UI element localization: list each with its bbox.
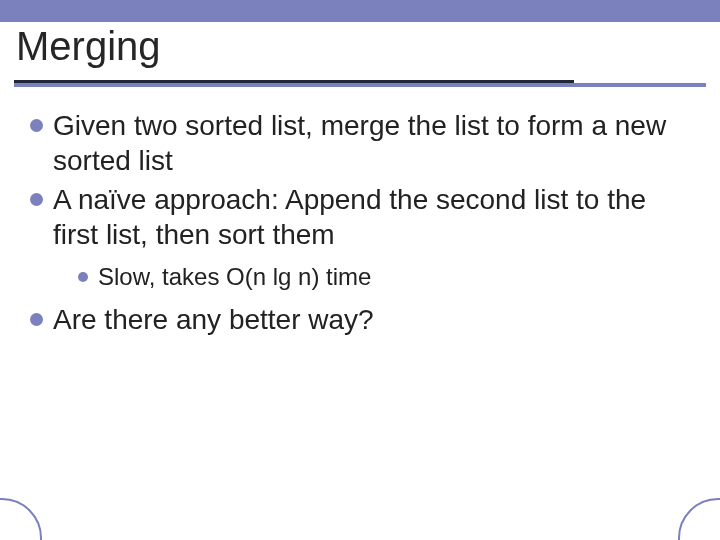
corner-decoration-bottom-right bbox=[678, 498, 720, 540]
top-accent-bar bbox=[0, 0, 720, 22]
corner-decoration-bottom-left bbox=[0, 498, 42, 540]
bullet-level1: Given two sorted list, merge the list to… bbox=[30, 108, 690, 178]
bullet-icon bbox=[78, 272, 88, 282]
slide: Merging Given two sorted list, merge the… bbox=[0, 0, 720, 540]
bullet-text: A naïve approach: Append the second list… bbox=[53, 182, 690, 252]
title-underline-accent bbox=[14, 83, 706, 87]
bullet-text: Slow, takes O(n lg n) time bbox=[98, 262, 690, 292]
slide-body: Given two sorted list, merge the list to… bbox=[30, 108, 690, 341]
bullet-level2: Slow, takes O(n lg n) time bbox=[78, 262, 690, 292]
bullet-level1: Are there any better way? bbox=[30, 302, 690, 337]
bullet-icon bbox=[30, 313, 43, 326]
bullet-icon bbox=[30, 193, 43, 206]
bullet-level1: A naïve approach: Append the second list… bbox=[30, 182, 690, 252]
bullet-text: Are there any better way? bbox=[53, 302, 690, 337]
bullet-text: Given two sorted list, merge the list to… bbox=[53, 108, 690, 178]
bullet-icon bbox=[30, 119, 43, 132]
slide-title: Merging bbox=[16, 24, 161, 69]
